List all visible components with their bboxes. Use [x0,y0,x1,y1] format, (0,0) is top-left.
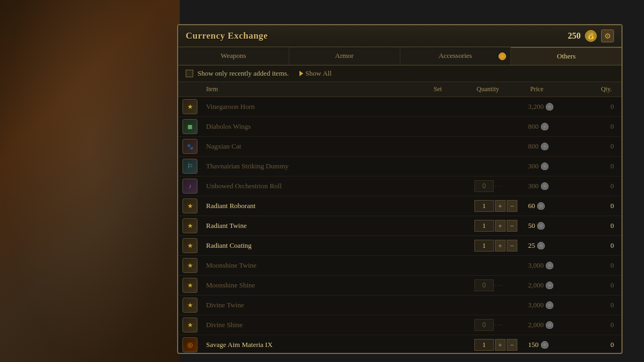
quantity-input[interactable] [474,200,494,212]
tab-weapons[interactable]: Weapons [178,47,289,65]
quantity-decrement-button[interactable]: − [507,200,517,212]
items-list: ★Vinegaroon Horn3,2000◼Diabolos Wings800… [178,97,621,353]
col-set-header: Set [431,84,474,94]
table-row[interactable]: ★Radiant Roborant+−600 [178,196,621,216]
price-bag-icon [546,103,553,110]
quantity-input[interactable] [474,220,494,232]
item-icon: ⚐ [182,159,197,174]
table-row[interactable]: ◎Savage Aim Materia IX+−1500 [178,335,621,353]
show-all-button[interactable]: Show All [299,69,332,78]
recently-added-filter[interactable]: Show only recently added items. [186,69,289,78]
price-value: 2,000 [528,281,544,290]
quantity-increment-button[interactable]: + [495,339,506,351]
item-name: Moonshine Twine [204,261,431,270]
price-value: 25 [528,241,535,250]
item-name: Radiant Roborant [204,202,431,210]
tab-accessories[interactable]: Accessories [400,47,511,65]
table-row[interactable]: ★Divine Shine···2,0000 [178,315,621,335]
quantity-increment-button[interactable]: + [495,240,506,252]
col-price-header: Price [528,84,582,94]
price-value: 150 [528,341,539,349]
col-qty-header: Qty. [582,84,614,94]
item-quantity[interactable]: +− [474,200,528,212]
table-row[interactable]: ⚐Thavnairian Striking Dummy3000 [178,157,621,176]
item-name: Thavnairian Striking Dummy [204,162,431,171]
show-all-arrow-icon [299,71,303,76]
disabled-dots: ··· [495,281,503,290]
price-bag-icon [541,182,548,190]
price-value: 3,000 [528,301,544,309]
price-bag-icon [537,242,545,249]
item-quantity[interactable]: ··· [474,279,528,291]
price-value: 300 [528,182,539,190]
tab-others[interactable]: Others [511,47,621,65]
item-name: Vinegaroon Horn [204,102,431,111]
item-own-qty: 0 [582,102,614,111]
item-price: 2,000 [528,281,582,290]
table-row[interactable]: 🐾Nagxian Cat8000 [178,137,621,157]
item-own-qty: 0 [582,142,614,151]
price-bag-icon [541,341,548,349]
settings-button[interactable]: ⚙ [601,29,614,42]
item-price: 800 [528,122,582,131]
price-bag-icon [546,282,553,289]
item-own-qty: 0 [582,162,614,171]
price-value: 3,200 [528,102,544,111]
item-price: 3,200 [528,102,582,111]
item-icon: ★ [182,238,197,253]
table-row[interactable]: ★Divine Twine3,0000 [178,295,621,315]
tab-armor[interactable]: Armor [289,47,400,65]
quantity-input[interactable] [474,180,494,192]
item-icon: ◎ [182,337,197,352]
table-row[interactable]: ◼Diabolos Wings8000 [178,117,621,137]
item-price: 3,000 [528,301,582,309]
item-price: 3,000 [528,261,582,270]
price-bag-icon [537,222,545,230]
table-row[interactable]: ♪Unbowed Orchestrion Roll···3000 [178,176,621,196]
item-icon: ★ [182,258,197,273]
item-price: 60 [528,202,582,210]
price-value: 800 [528,122,539,131]
recently-added-checkbox[interactable] [186,70,193,77]
quantity-input[interactable] [474,240,494,252]
price-bag-icon [546,321,553,329]
item-name: Nagxian Cat [204,142,431,151]
table-row[interactable]: ★Vinegaroon Horn3,2000 [178,97,621,117]
table-row[interactable]: ★Radiant Coating+−250 [178,236,621,256]
item-price: 25 [528,241,582,250]
quantity-increment-button[interactable]: + [495,200,506,212]
item-own-qty: 0 [582,122,614,131]
item-name: Divine Shine [204,321,431,329]
quantity-input[interactable] [474,279,494,291]
item-quantity[interactable]: ··· [474,180,528,192]
price-bag-icon [541,123,548,130]
item-own-qty: 0 [582,281,614,290]
quantity-increment-button[interactable]: + [495,220,506,232]
table-row[interactable]: ★Radiant Twine+−500 [178,216,621,236]
table-row[interactable]: ★Moonshine Shine···2,0000 [178,276,621,295]
price-value: 50 [528,221,535,230]
item-quantity[interactable]: +− [474,339,528,351]
quantity-decrement-button[interactable]: − [507,339,517,351]
price-value: 300 [528,162,539,171]
filter-label: Show only recently added items. [197,69,289,78]
price-bag-icon [537,202,545,210]
quantity-decrement-button[interactable]: − [507,240,517,252]
item-price: 2,000 [528,321,582,329]
item-icon: ◼ [182,119,197,134]
item-own-qty: 0 [582,241,614,250]
tab-bar: Weapons Armor Accessories Others [178,47,621,65]
quantity-decrement-button[interactable]: − [507,220,517,232]
item-own-qty: 0 [582,301,614,309]
item-price: 300 [528,182,582,190]
table-row[interactable]: ★Moonshine Twine3,0000 [178,256,621,276]
item-quantity[interactable]: ··· [474,319,528,331]
currency-amount: 250 [568,31,581,41]
item-quantity[interactable]: +− [474,240,528,252]
item-quantity[interactable]: +− [474,220,528,232]
item-icon: ★ [182,99,197,114]
quantity-input[interactable] [474,339,494,351]
price-bag-icon [541,143,548,150]
item-name: Savage Aim Materia IX [204,341,431,349]
quantity-input[interactable] [474,319,494,331]
